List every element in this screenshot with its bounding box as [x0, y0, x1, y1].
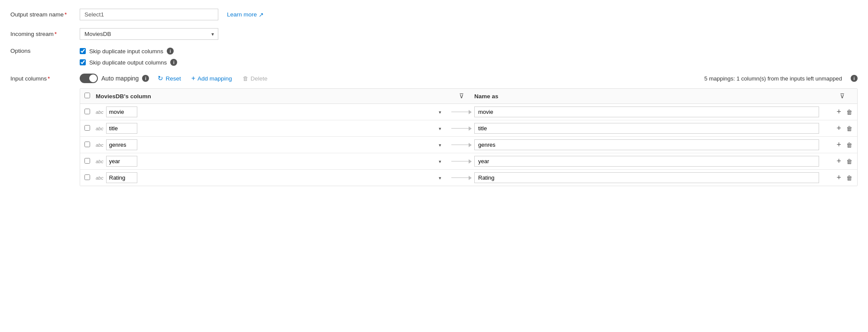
- add-row-button[interactable]: +: [835, 139, 842, 150]
- auto-mapping-toggle[interactable]: [80, 74, 98, 83]
- row-checkbox-cell: [80, 142, 96, 148]
- arrow-shaft: [451, 112, 464, 112]
- arrow-cell: [448, 110, 474, 114]
- skip-duplicate-output-checkbox[interactable]: [80, 59, 86, 65]
- source-select-container: movietitlegenresyearRating: [106, 123, 444, 134]
- arrow-shaft2: [464, 128, 469, 129]
- table-row: abc movietitlegenresyearRating + 🗑: [80, 137, 857, 153]
- source-select-container: movietitlegenresyearRating: [106, 172, 444, 183]
- source-select-container: movietitlegenresyearRating: [106, 106, 444, 117]
- abc-badge: abc: [96, 110, 104, 115]
- arrow-shaft: [451, 145, 464, 145]
- row-actions: + 🗑: [827, 123, 857, 134]
- arrow-cell: [448, 126, 474, 131]
- dest-input[interactable]: [474, 156, 819, 167]
- options-section: Skip duplicate input columns i Skip dupl…: [80, 48, 177, 66]
- dest-input[interactable]: [474, 123, 819, 134]
- skip-duplicate-output-label: Skip duplicate output columns: [89, 59, 167, 66]
- incoming-stream-select-wrapper: MoviesDB: [80, 28, 218, 40]
- arrow-line: [451, 176, 472, 180]
- dest-cell: [474, 139, 827, 150]
- table-row: abc movietitlegenresyearRating + 🗑: [80, 120, 857, 137]
- table-row: abc movietitlegenresyearRating + 🗑: [80, 104, 857, 120]
- source-cell: abc movietitlegenresyearRating: [96, 139, 448, 150]
- add-row-button[interactable]: +: [835, 123, 842, 134]
- delete-row-button[interactable]: 🗑: [845, 124, 854, 133]
- source-select[interactable]: movietitlegenresyearRating: [106, 123, 137, 134]
- reset-icon: ↻: [158, 74, 163, 82]
- row-checkbox-cell: [80, 125, 96, 132]
- arrow-cell: [448, 143, 474, 147]
- dest-filter-icon[interactable]: ⊽: [827, 92, 857, 100]
- delete-row-button[interactable]: 🗑: [845, 157, 854, 166]
- arrow-head: [469, 143, 472, 147]
- incoming-stream-select[interactable]: MoviesDB: [80, 28, 218, 40]
- skip-duplicate-output-row: Skip duplicate output columns i: [80, 59, 177, 66]
- delete-row-button[interactable]: 🗑: [845, 174, 854, 182]
- arrow-head: [469, 159, 472, 164]
- row-checkbox-cell: [80, 158, 96, 165]
- source-select[interactable]: movietitlegenresyearRating: [106, 156, 137, 167]
- reset-button[interactable]: ↻ Reset: [156, 74, 182, 83]
- dest-column-header: Name as: [474, 93, 827, 100]
- delete-row-button[interactable]: 🗑: [845, 141, 854, 149]
- mapping-count: 5 mappings: 1 column(s) from the inputs …: [704, 75, 842, 82]
- row-checkbox[interactable]: [84, 109, 90, 114]
- options-label: Options: [10, 48, 80, 54]
- skip-duplicate-input-checkbox[interactable]: [80, 48, 86, 54]
- mapping-rows: abc movietitlegenresyearRating + 🗑 abc: [80, 104, 857, 186]
- skip-duplicate-output-info-icon: i: [170, 59, 177, 66]
- row-checkbox[interactable]: [84, 174, 90, 180]
- skip-duplicate-input-label: Skip duplicate input columns: [89, 48, 163, 55]
- add-row-button[interactable]: +: [835, 156, 842, 167]
- incoming-stream-label: Incoming stream*: [10, 31, 80, 37]
- arrow-head: [469, 110, 472, 114]
- arrow-shaft: [451, 128, 464, 129]
- dest-cell: [474, 123, 827, 134]
- source-select[interactable]: movietitlegenresyearRating: [106, 172, 137, 183]
- source-select-container: movietitlegenresyearRating: [106, 156, 444, 167]
- output-stream-row: Output stream name* Learn more ↗: [10, 9, 858, 20]
- skip-duplicate-input-row: Skip duplicate input columns i: [80, 48, 177, 55]
- skip-duplicate-input-info-icon: i: [167, 48, 174, 55]
- external-link-icon: ↗: [259, 11, 264, 18]
- arrow-shaft2: [464, 145, 469, 145]
- auto-mapping-toggle-wrapper: Auto mapping i: [80, 74, 149, 83]
- dest-input[interactable]: [474, 172, 819, 183]
- add-row-button[interactable]: +: [835, 106, 842, 117]
- table-row: abc movietitlegenresyearRating + 🗑: [80, 170, 857, 186]
- delete-button[interactable]: 🗑 Delete: [241, 74, 269, 83]
- options-row: Options Skip duplicate input columns i S…: [10, 48, 858, 66]
- dest-input[interactable]: [474, 139, 819, 150]
- toolbar-row: Auto mapping i ↻ Reset + Add mapping 🗑 D…: [80, 74, 858, 83]
- output-stream-input[interactable]: [80, 9, 218, 20]
- auto-mapping-info-icon: i: [142, 75, 149, 82]
- source-filter-icon[interactable]: ⊽: [448, 92, 474, 100]
- row-checkbox[interactable]: [84, 142, 90, 147]
- row-checkbox-cell: [80, 109, 96, 116]
- source-cell: abc movietitlegenresyearRating: [96, 106, 448, 117]
- delete-row-button[interactable]: 🗑: [845, 108, 854, 116]
- select-all-checkbox[interactable]: [84, 93, 90, 98]
- row-checkbox-cell: [80, 174, 96, 181]
- delete-icon: 🗑: [243, 75, 249, 82]
- abc-badge: abc: [96, 159, 104, 164]
- abc-badge: abc: [96, 126, 104, 131]
- source-select-container: movietitlegenresyearRating: [106, 139, 444, 150]
- source-select[interactable]: movietitlegenresyearRating: [106, 106, 137, 117]
- add-icon: +: [191, 74, 195, 82]
- row-checkbox[interactable]: [84, 125, 90, 131]
- arrow-line: [451, 159, 472, 164]
- dest-input[interactable]: [474, 106, 819, 117]
- source-cell: abc movietitlegenresyearRating: [96, 156, 448, 167]
- arrow-line: [451, 126, 472, 131]
- add-row-button[interactable]: +: [835, 172, 842, 183]
- incoming-stream-row: Incoming stream* MoviesDB: [10, 28, 858, 40]
- row-checkbox[interactable]: [84, 158, 90, 164]
- dest-cell: [474, 172, 827, 183]
- arrow-cell: [448, 159, 474, 164]
- source-select[interactable]: movietitlegenresyearRating: [106, 139, 137, 150]
- add-mapping-button[interactable]: + Add mapping: [190, 74, 234, 83]
- arrow-head: [469, 176, 472, 180]
- learn-more-link[interactable]: Learn more ↗: [227, 11, 264, 18]
